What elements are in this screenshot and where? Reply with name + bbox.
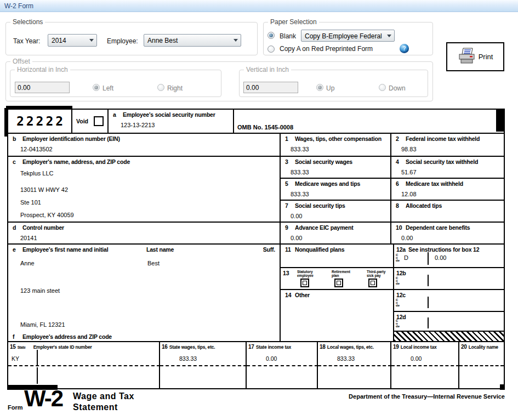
omb-number: OMB No. 1545-0008 xyxy=(237,124,293,130)
box-10-cell: 10Dependent care benefits 0.00 xyxy=(391,223,504,245)
statutory-employee-checkbox xyxy=(300,279,309,287)
blank-radio[interactable] xyxy=(267,32,275,39)
offset-up-radio[interactable] xyxy=(316,84,323,91)
blank-radio-label[interactable]: Blank xyxy=(280,32,296,40)
box-12d-cell: 12d Code xyxy=(394,312,504,332)
void-checkbox xyxy=(94,116,104,126)
box-10-value: 0.00 xyxy=(401,235,413,241)
offset-legend: Offset xyxy=(10,58,32,65)
copy-a-radio[interactable] xyxy=(267,46,275,53)
box-9-value: 0.00 xyxy=(291,235,302,241)
box-4-cell: 4Social security tax withheld 51.67 xyxy=(391,157,504,179)
box-19-cell: 19Local income tax 0.00 xyxy=(391,342,459,366)
box-3-cell: 3Social security wages 833.33 xyxy=(281,157,391,179)
statutory-employee-label: Statutory employee xyxy=(297,270,321,277)
corner-mark-bottom-right xyxy=(500,384,505,390)
box-13-cell: 13 Statutory employee Retirement plan Th… xyxy=(281,268,394,290)
code-vertical-label: Code xyxy=(396,299,400,307)
tax-year-select[interactable]: 2014 xyxy=(48,34,97,47)
third-party-sick-pay-checkbox xyxy=(368,279,377,287)
employee-label: Employee: xyxy=(107,37,138,45)
box-12a-divider xyxy=(428,252,429,265)
box-18-value: 833.33 xyxy=(337,355,355,362)
form-word: Form xyxy=(8,404,23,411)
box-20-cell: 20Locality name xyxy=(459,342,504,366)
form-title-line2: Statement xyxy=(73,402,118,412)
offset-left-label[interactable]: Left xyxy=(103,84,113,92)
last-name-label: Last name xyxy=(146,246,174,253)
box-5-value: 833.33 xyxy=(291,191,309,197)
box-16-value: 833.33 xyxy=(179,355,197,362)
box-12c-cell: 12c Code xyxy=(394,290,504,312)
copy-a-radio-label[interactable]: Copy A on Red Preprinted Form xyxy=(280,45,373,53)
box-5-cell: 5Medicare wages and tips 833.33 xyxy=(281,179,391,201)
last-name-value: Best xyxy=(147,260,160,266)
offset-right-label[interactable]: Right xyxy=(167,84,183,92)
employee-value: Anne Best xyxy=(147,37,178,44)
chevron-down-icon xyxy=(89,39,94,42)
printer-icon xyxy=(458,47,476,66)
offset-down-label[interactable]: Down xyxy=(389,84,406,92)
first-name-value: Anne xyxy=(20,260,35,266)
control-code-cell: 22222 xyxy=(8,110,72,134)
offset-down-radio[interactable] xyxy=(379,84,386,91)
box-1-value: 833.33 xyxy=(291,146,309,152)
box-2-cell: 2Federal income tax withheld 98.83 xyxy=(391,134,504,157)
paper-selection-legend: Paper Selection xyxy=(268,18,319,26)
retirement-plan-label: Retirement plan xyxy=(332,270,356,277)
print-button-label: Print xyxy=(479,53,493,61)
retirement-plan-checkbox xyxy=(334,279,343,287)
offset-right-radio[interactable] xyxy=(157,84,164,91)
title-bar: W-2 Form xyxy=(0,0,518,12)
box-16-cell: 16State wages, tips, etc. 833.33 xyxy=(160,342,247,366)
box-16-cell-row2 xyxy=(160,366,247,388)
corner-mark-bottom-left xyxy=(7,385,58,390)
w2-form-preview: 22222 Void aEmployee's social security n… xyxy=(7,109,505,389)
horizontal-offset-input[interactable] xyxy=(15,82,70,93)
control-code: 22222 xyxy=(8,110,71,133)
copy-type-select[interactable]: Copy B-Employee Federal xyxy=(301,30,395,42)
box-d-cell: dControl number 20141 xyxy=(8,223,281,245)
tax-year-value: 2014 xyxy=(52,37,66,44)
box-12a-cell: 12aSee instructions for box 12 Code D 0.… xyxy=(394,245,504,268)
employee-select[interactable]: Anne Best xyxy=(144,34,241,47)
horizontal-offset-legend: Horizontal in Inch xyxy=(15,66,70,73)
box-6-value: 12.08 xyxy=(401,191,417,197)
vertical-offset-input[interactable] xyxy=(243,82,298,93)
box-17-value: 0.00 xyxy=(266,355,277,362)
ssn-value: 123-13-2213 xyxy=(121,122,155,128)
help-globe-icon[interactable]: ? xyxy=(400,44,409,53)
employer-city: Prospect, KY 40059 xyxy=(20,212,74,218)
third-party-sick-pay-label: Third-party sick pay xyxy=(367,270,391,277)
box-12a-value: 0.00 xyxy=(435,254,446,261)
box-7-value: 0.00 xyxy=(291,213,302,219)
selections-legend: Selections xyxy=(10,18,45,26)
box-3-value: 833.33 xyxy=(291,169,309,175)
corner-mark-top-left-h xyxy=(6,106,72,109)
chevron-down-icon xyxy=(387,35,391,37)
box-7-cell: 7Social security tips 0.00 xyxy=(281,201,391,223)
employee-address: 123 main steet xyxy=(20,287,60,294)
box-b-cell: bEmployer identification number (EIN) 12… xyxy=(8,134,281,157)
box-8-cell: 8Allocated tips xyxy=(391,201,504,223)
box-6-cell: 6Medicare tax withheld 12.08 xyxy=(391,179,504,201)
void-label: Void xyxy=(76,118,88,124)
offset-up-label[interactable]: Up xyxy=(326,84,334,92)
box-12a-code: D xyxy=(404,254,408,261)
box-f-label: fEmployee's address and ZIP code xyxy=(13,333,112,340)
box-19-cell-row2 xyxy=(391,366,459,388)
code-vertical-label: Code xyxy=(396,277,400,285)
form-title-line1: Wage and Tax xyxy=(73,391,134,401)
vertical-offset-legend: Vertical in Inch xyxy=(244,66,291,73)
employer-name: Tekplus LLC xyxy=(20,170,54,177)
state-subdivider xyxy=(37,350,38,365)
state-subdivider xyxy=(37,367,38,384)
box-18-cell: 18Local wages, tips, etc. 833.33 xyxy=(318,342,391,366)
employer-addr2: Ste 101 xyxy=(20,199,41,206)
corner-mark-top-left-v xyxy=(4,108,8,137)
offset-left-radio[interactable] xyxy=(93,84,100,91)
box-14-cell: 14Other xyxy=(281,290,394,342)
chevron-down-icon xyxy=(234,39,238,42)
print-button[interactable]: Print xyxy=(446,42,504,71)
box-15-cell: 15StateEmployer's state ID number KY xyxy=(8,342,160,366)
